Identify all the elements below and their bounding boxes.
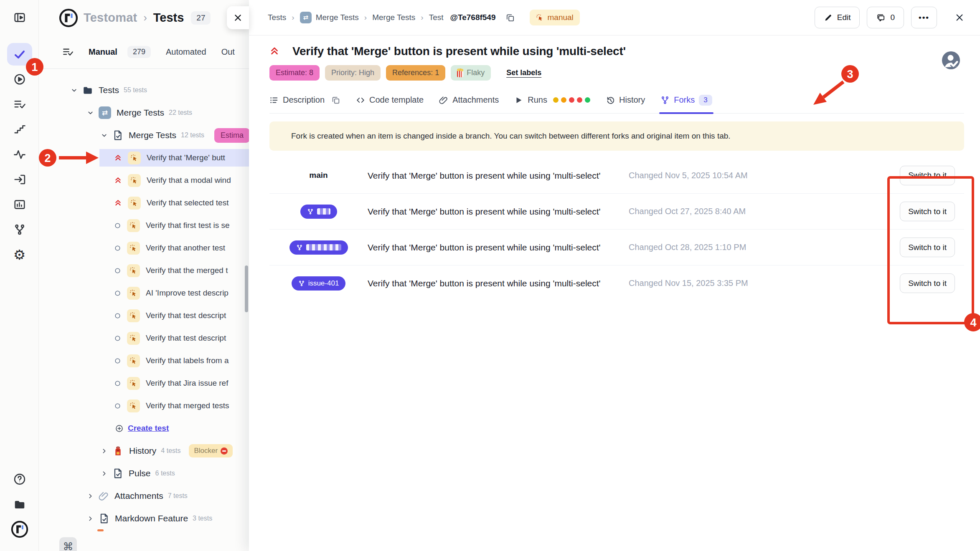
chevron-right-icon[interactable] [101,447,108,455]
switch-to-it-button[interactable]: Switch to it [900,202,955,221]
rail-item-play-circle[interactable] [0,68,39,91]
manual-test-icon [127,242,140,255]
folder-count: 12 tests [181,131,204,139]
chevron-down-icon[interactable] [71,87,78,94]
activity-icon [7,143,32,166]
rail-item-check[interactable] [0,43,39,66]
tree-test-item[interactable]: Verify that another test [39,237,249,259]
branch-name: main [309,171,328,180]
tree-test-item[interactable]: Verify that test descript [39,327,249,349]
tab-runs[interactable]: Runs [514,87,590,114]
tab-history[interactable]: History [606,87,645,114]
chevron-down-icon[interactable] [101,132,108,139]
tab-label: Code template [369,95,424,105]
testomat-logo-icon[interactable] [59,8,78,28]
tree-folder-tests[interactable]: Tests55 tests [39,79,249,101]
fork-changed-date: Changed Oct 28, 2025 1:10 PM [629,243,874,252]
copy-id-icon[interactable] [505,13,515,23]
switch-to-it-button[interactable]: Switch to it [900,273,955,293]
breadcrumb-item[interactable]: Tests [268,13,286,22]
tree-test-item[interactable]: Verify that labels from a [39,349,249,372]
tree-test-item[interactable]: Verify that the merged t [39,259,249,282]
rail-item-gear[interactable]: ⚙ [0,243,39,266]
rail-item-help[interactable] [0,469,39,489]
tab-description[interactable]: Description [269,87,340,114]
rail-item-sign-in[interactable] [0,168,39,191]
branch-badge [300,205,337,219]
breadcrumb-item[interactable]: ⇄Merge Tests [300,12,359,23]
tree-test-item[interactable]: AI 'Improve test descrip [39,282,249,304]
tab-attachments[interactable]: Attachments [439,87,499,114]
create-test-link[interactable]: Create test [39,417,249,440]
priority-normal-icon [114,380,121,387]
tree-folder-pulse[interactable]: Pulse6 tests [39,462,249,485]
tree-test-item[interactable]: Verify that 'Merge' butt [39,147,249,169]
folder-count: 55 tests [124,86,147,94]
steps-icon [7,118,32,141]
switch-to-it-button[interactable]: Switch to it [900,238,955,257]
close-sidebar-button[interactable] [227,6,249,29]
folder-icon [13,498,26,511]
sidebar-tab-out[interactable]: Out [221,47,235,57]
tree-folder-merge-tests[interactable]: Merge Tests12 testsEstima [39,124,249,147]
tree-folder-markdown-feature[interactable]: Markdown Feature3 tests [39,507,249,530]
tree-folder-merge-tests[interactable]: ⇄Merge Tests22 tests [39,101,249,124]
tree-test-item[interactable]: Verify that first test is se [39,214,249,237]
chevron-down-icon[interactable] [87,109,94,116]
assignee-avatar[interactable] [941,51,961,70]
tree-test-item[interactable]: Verify that merged tests [39,394,249,417]
breadcrumb-item[interactable]: Merge Tests [372,13,415,22]
sidebar-tab-manual[interactable]: Manual279 [89,46,151,58]
panel-toggle-icon [7,6,32,29]
rail-item-branch[interactable] [0,218,39,241]
priority-normal-icon [114,290,121,297]
priority-normal-icon [114,335,121,342]
test-label: Verify that test descript [146,311,226,320]
brand-name: Testomat [84,11,137,25]
rail-item-activity[interactable] [0,143,39,166]
rail-item-logo[interactable] [0,519,39,539]
tree-folder-attachments[interactable]: Attachments7 tests [39,485,249,507]
folder-count: 3 tests [193,515,212,522]
rail-item-bar-chart[interactable] [0,193,39,216]
detail-body: Verify that 'Merge' button is present wh… [249,45,980,301]
close-icon [234,13,242,22]
rail-item-folder[interactable] [0,494,39,514]
chevron-right-icon[interactable] [87,515,94,522]
rail-item-steps[interactable] [0,118,39,141]
help-icon [13,473,26,485]
set-labels-link[interactable]: Set labels [506,68,541,77]
tab-code-template[interactable]: Code template [356,87,424,114]
chevron-right-icon[interactable] [101,470,108,477]
switch-to-it-button[interactable]: Switch to it [900,166,955,185]
close-detail-button[interactable] [955,13,964,22]
edit-button[interactable]: Edit [815,7,860,28]
rail-item-list-check[interactable] [0,93,39,116]
tab-label: Runs [528,95,547,105]
tree-test-item[interactable]: Verify that test descript [39,304,249,327]
tree-test-item[interactable]: Verify that a modal wind [39,169,249,192]
rail-item-panel-toggle[interactable] [0,6,39,29]
sidebar-tab-automated[interactable]: Automated [166,47,206,57]
test-label: Verify that a modal wind [147,176,231,185]
fork-action-cell: Switch to it [874,202,964,221]
breadcrumb-item[interactable]: Test@Te768f549 [429,13,496,22]
tab-forks[interactable]: Forks3 [660,87,712,114]
command-shortcut-button[interactable]: ⌘ [59,537,77,551]
label-text: References: 1 [392,68,439,77]
edit-label: Edit [837,13,851,22]
tree-scrollbar[interactable] [245,265,248,312]
tree-folder-history[interactable]: History4 testsBlocker [39,440,249,462]
tree-test-item[interactable]: Verify that selected test [39,192,249,214]
more-actions-button[interactable]: ••• [911,7,937,28]
comments-button[interactable]: 0 [867,7,904,28]
tree-test-item[interactable]: Verify that Jira issue ref [39,372,249,394]
tab-label: Description [283,95,325,105]
title-row: Verify that 'Merge' button is present wh… [269,45,964,58]
manual-test-icon [127,399,140,412]
copy-icon[interactable] [331,96,340,105]
fork-action-cell: Switch to it [874,166,964,185]
popcorn-icon [457,71,463,77]
folder-label: Tests [99,85,119,95]
chevron-right-icon[interactable] [87,493,94,500]
